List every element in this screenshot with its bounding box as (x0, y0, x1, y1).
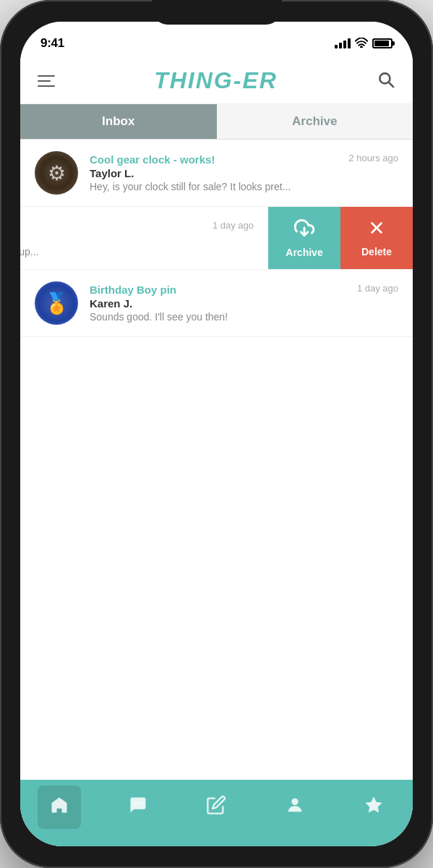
svg-point-6 (291, 799, 298, 805)
tabs-bar: Inbox Archive (20, 104, 413, 140)
message-content: Cool gear clock - works! Taylor L. Hey, … (90, 153, 341, 192)
list-item[interactable]: clock - works! L. ted in the clock. Can … (20, 207, 413, 270)
home-icon (49, 795, 69, 820)
phone-screen: 9:41 (20, 22, 413, 846)
status-icons (335, 38, 393, 50)
nav-home[interactable] (38, 786, 81, 829)
tab-archive[interactable]: Archive (217, 104, 413, 139)
message-sender: Karen J. (90, 297, 350, 310)
svg-point-1 (380, 73, 390, 83)
message-subject: clock - works! (20, 218, 205, 231)
message-preview: ted in the clock. Can I pick it up... (20, 246, 205, 258)
svg-point-0 (361, 46, 362, 48)
svg-marker-7 (365, 796, 382, 812)
message-subject: Cool gear clock - works! (90, 153, 341, 166)
message-list: Cool gear clock - works! Taylor L. Hey, … (20, 140, 413, 780)
app-title: THING-ER (154, 67, 278, 94)
message-time: 1 day ago (357, 281, 398, 294)
profile-icon (285, 795, 305, 820)
archive-icon (294, 218, 314, 242)
search-button[interactable] (377, 70, 395, 92)
avatar (35, 151, 78, 195)
status-bar: 9:41 (20, 22, 413, 58)
compose-icon (206, 795, 226, 820)
avatar (35, 281, 78, 325)
battery-icon (372, 38, 393, 48)
archive-action-label: Archive (286, 247, 322, 258)
signal-icon (335, 38, 351, 48)
message-item-shifted: clock - works! L. ted in the clock. Can … (20, 207, 268, 269)
nav-messages[interactable] (116, 786, 160, 829)
message-sender: L. (20, 232, 205, 244)
phone-frame: 9:41 (0, 0, 433, 868)
list-item[interactable]: Cool gear clock - works! Taylor L. Hey, … (20, 140, 413, 207)
tab-inbox[interactable]: Inbox (20, 104, 217, 139)
messages-icon (128, 795, 148, 820)
nav-favorites[interactable] (352, 786, 395, 829)
list-item[interactable]: Birthday Boy pin Karen J. Sounds good. I… (20, 270, 413, 337)
delete-action-button[interactable]: Delete (340, 207, 413, 269)
message-subject: Birthday Boy pin (90, 284, 350, 296)
message-time: 1 day ago (213, 218, 254, 231)
message-preview: Hey, is your clock still for sale? It lo… (90, 181, 341, 192)
message-sender: Taylor L. (90, 167, 341, 179)
message-content: Birthday Boy pin Karen J. Sounds good. I… (90, 284, 350, 323)
phone-notch (152, 0, 282, 25)
nav-compose[interactable] (194, 786, 238, 829)
wifi-icon (355, 38, 368, 50)
archive-action-button[interactable]: Archive (268, 207, 340, 269)
star-icon (364, 795, 384, 820)
status-time: 9:41 (40, 36, 64, 51)
message-content: clock - works! L. ted in the clock. Can … (20, 218, 205, 258)
message-preview: Sounds good. I'll see you then! (90, 311, 350, 323)
delete-icon (367, 218, 386, 242)
bottom-nav (20, 780, 413, 846)
swipe-actions: Archive Delete (268, 207, 413, 269)
svg-line-2 (389, 82, 394, 87)
app-header: THING-ER (20, 58, 413, 104)
menu-button[interactable] (38, 75, 55, 87)
nav-profile[interactable] (273, 786, 317, 829)
message-time: 2 hours ago (348, 151, 398, 163)
delete-action-label: Delete (361, 246, 392, 258)
